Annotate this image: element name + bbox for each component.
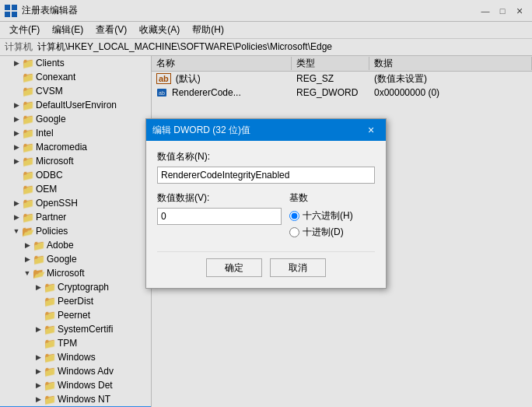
radio-dec[interactable] <box>289 227 299 237</box>
dialog-body: 数值名称(N): 数值数据(V): 基数 十六进制(H) 十进制(D) <box>146 141 386 288</box>
cancel-button[interactable]: 取消 <box>270 258 326 277</box>
radio-dec-label[interactable]: 十进制(D) <box>289 226 375 239</box>
radio-hex-text: 十六进制(H) <box>303 209 353 223</box>
dialog-buttons: 确定 取消 <box>157 251 375 282</box>
dialog-base-col: 基数 十六进制(H) 十进制(D) <box>289 191 375 242</box>
dialog-title-bar: 编辑 DWORD (32 位)值 × <box>146 119 386 141</box>
dialog-value-base-row: 数值数据(V): 基数 十六进制(H) 十进制(D) <box>157 191 375 242</box>
dialog-title-text: 编辑 DWORD (32 位)值 <box>152 124 362 137</box>
dialog-close-button[interactable]: × <box>362 121 380 139</box>
radio-hex[interactable] <box>289 211 299 221</box>
dialog-backdrop: 编辑 DWORD (32 位)值 × 数值名称(N): 数值数据(V): 基数 … <box>0 0 532 407</box>
dialog-value-col: 数值数据(V): <box>157 191 282 225</box>
name-input[interactable] <box>157 167 375 184</box>
radio-hex-label[interactable]: 十六进制(H) <box>289 209 375 223</box>
base-label: 基数 <box>289 191 375 205</box>
confirm-button[interactable]: 确定 <box>206 258 262 277</box>
name-field-label: 数值名称(N): <box>157 150 375 163</box>
radio-dec-text: 十进制(D) <box>303 226 344 239</box>
edit-dword-dialog: 编辑 DWORD (32 位)值 × 数值名称(N): 数值数据(V): 基数 … <box>145 118 387 289</box>
data-input[interactable] <box>157 208 282 225</box>
data-field-label: 数值数据(V): <box>157 191 282 205</box>
